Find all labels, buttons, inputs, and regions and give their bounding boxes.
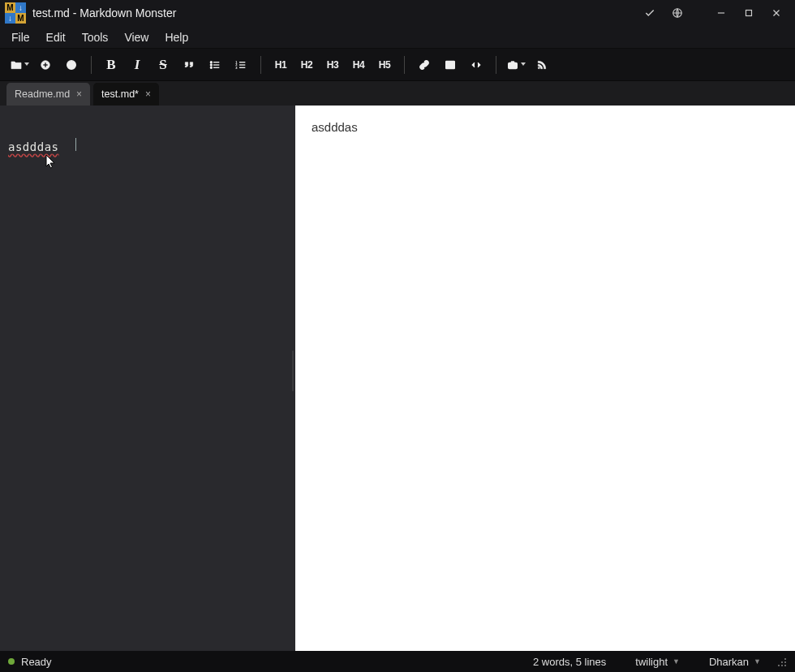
- status-indicator-icon: [8, 658, 15, 665]
- app-logo-icon: M↓↓M: [5, 2, 26, 24]
- editor-theme-selector[interactable]: twilight ▼: [621, 656, 694, 668]
- maximize-button[interactable]: [735, 0, 763, 26]
- editor-theme-label: twilight: [635, 656, 668, 668]
- resize-grip-icon[interactable]: [776, 656, 787, 667]
- editor-caret: [75, 138, 76, 151]
- screenshot-button[interactable]: [505, 54, 527, 76]
- tab-test[interactable]: test.md* ×: [93, 83, 159, 106]
- tab-strip: Readme.md × test.md* ×: [0, 81, 795, 106]
- tab-close-icon[interactable]: ×: [145, 88, 151, 100]
- save-button[interactable]: [60, 54, 83, 76]
- status-word-count: 2 words, 5 lines: [518, 656, 621, 668]
- svg-rect-2: [746, 11, 752, 16]
- menu-help[interactable]: Help: [157, 28, 196, 46]
- toolbar-separator: [496, 56, 496, 74]
- link-button[interactable]: [413, 54, 436, 76]
- h5-button[interactable]: H5: [373, 54, 396, 76]
- menu-bar: File Edit Tools View Help: [0, 26, 795, 49]
- menu-tools[interactable]: Tools: [74, 28, 117, 46]
- svg-point-13: [210, 67, 212, 68]
- chevron-down-icon: ▼: [673, 657, 680, 666]
- status-ready: Ready: [21, 656, 52, 668]
- strikethrough-button[interactable]: S: [152, 54, 174, 76]
- open-folder-button[interactable]: [8, 54, 31, 76]
- split-handle[interactable]: [290, 106, 295, 651]
- main-split: asdddas asdddas: [0, 106, 795, 651]
- menu-file[interactable]: File: [3, 28, 38, 46]
- editor-content: asdddas: [8, 140, 59, 153]
- quote-button[interactable]: [178, 54, 200, 76]
- toolbar: B I S 123 H1 H2 H3 H4 H5: [0, 49, 795, 81]
- title-bar: M↓↓M test.md - Markdown Monster: [0, 0, 795, 26]
- globe-icon[interactable]: [664, 0, 691, 26]
- image-button[interactable]: [439, 54, 462, 76]
- preview-content: asdddas: [312, 120, 358, 134]
- svg-point-11: [210, 64, 212, 66]
- minimize-button[interactable]: [707, 0, 735, 26]
- mouse-cursor-icon: [45, 154, 57, 170]
- numbered-list-button[interactable]: 123: [230, 54, 252, 76]
- bold-button[interactable]: B: [100, 54, 122, 76]
- preview-theme-label: Dharkan: [709, 656, 749, 668]
- menu-view[interactable]: View: [116, 28, 157, 46]
- check-icon[interactable]: [636, 0, 664, 26]
- close-button[interactable]: [763, 0, 790, 26]
- new-file-button[interactable]: [34, 54, 57, 76]
- menu-edit[interactable]: Edit: [38, 28, 74, 46]
- toolbar-separator: [260, 56, 261, 74]
- chevron-down-icon: ▼: [754, 657, 761, 666]
- tab-readme[interactable]: Readme.md ×: [6, 83, 90, 106]
- tab-label: test.md*: [101, 88, 139, 100]
- h1-button[interactable]: H1: [269, 54, 292, 76]
- code-button[interactable]: [465, 54, 488, 76]
- tab-close-icon[interactable]: ×: [76, 88, 82, 100]
- toolbar-separator: [404, 56, 405, 74]
- preview-pane: asdddas: [295, 106, 795, 651]
- editor-pane[interactable]: asdddas: [0, 106, 290, 651]
- h2-button[interactable]: H2: [295, 54, 318, 76]
- toolbar-separator: [91, 56, 92, 74]
- preview-theme-selector[interactable]: Dharkan ▼: [694, 656, 776, 668]
- window-title: test.md - Markdown Monster: [32, 6, 176, 19]
- tab-label: Readme.md: [15, 88, 70, 100]
- svg-point-9: [210, 61, 212, 62]
- h3-button[interactable]: H3: [321, 54, 344, 76]
- status-bar: Ready 2 words, 5 lines twilight ▼ Dharka…: [0, 651, 795, 672]
- rss-button[interactable]: [531, 54, 553, 76]
- bullet-list-button[interactable]: [204, 54, 226, 76]
- h4-button[interactable]: H4: [347, 54, 370, 76]
- italic-button[interactable]: I: [126, 54, 148, 76]
- svg-point-24: [511, 63, 514, 67]
- svg-text:3: 3: [235, 65, 238, 69]
